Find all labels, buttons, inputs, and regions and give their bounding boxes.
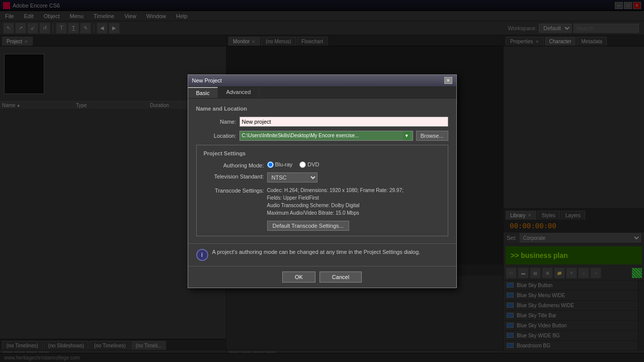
default-transcode-button[interactable]: Default Transcode Settings... — [267, 221, 349, 231]
authoring-mode-label: Authoring Mode: — [204, 161, 264, 168]
project-settings-title: Project Settings — [204, 150, 441, 156]
transcode-settings-row: Transcode Settings: Codec: H.264; Dimens… — [204, 187, 441, 217]
tv-standard-row: Television Standard: NTSC PAL — [204, 172, 441, 183]
transcode-line4: Maximum Audio/Video Bitrate: 15.0 Mbps — [267, 209, 441, 217]
transcode-line2: Fields: Upper FieldFirst — [267, 194, 441, 202]
browse-button[interactable]: Browse... — [416, 131, 448, 141]
section-name-location: Name and Location — [196, 106, 448, 112]
location-dropdown-arrow[interactable]: ▼ — [403, 131, 411, 140]
blu-ray-radio[interactable] — [267, 161, 274, 168]
location-row: Location: C:\Users\InfiniteSkills\Deskto… — [196, 131, 448, 141]
name-input[interactable] — [239, 117, 448, 127]
dialog-tabs: Basic Advanced — [188, 87, 456, 99]
cancel-button[interactable]: Cancel — [319, 272, 362, 283]
authoring-mode-radios: Blu-ray DVD — [267, 161, 319, 168]
dialog-info: i A project's authoring mode can be chan… — [188, 243, 456, 266]
dialog-close-button[interactable]: ✕ — [444, 77, 452, 84]
dialog-overlay: New Project ✕ Basic Advanced Name and Lo… — [0, 0, 644, 362]
location-label: Location: — [196, 133, 236, 139]
dvd-radio-label[interactable]: DVD — [299, 161, 319, 168]
info-text: A project's authoring mode can be change… — [212, 249, 421, 255]
dvd-radio[interactable] — [299, 161, 306, 168]
new-project-dialog: New Project ✕ Basic Advanced Name and Lo… — [188, 74, 457, 288]
transcode-label: Transcode Settings: — [204, 187, 264, 194]
dialog-tab-basic[interactable]: Basic — [188, 87, 218, 98]
info-icon: i — [196, 249, 208, 261]
ntsc-select[interactable]: NTSC PAL — [267, 172, 317, 183]
transcode-value: Codec: H.264; Dimensions: 1920 x 1080; F… — [267, 187, 441, 217]
name-row: Name: — [196, 117, 448, 127]
name-label: Name: — [196, 119, 236, 125]
dialog-title: New Project — [192, 77, 222, 83]
authoring-mode-row: Authoring Mode: Blu-ray DVD — [204, 161, 441, 168]
ok-button[interactable]: OK — [282, 272, 315, 283]
transcode-line3: Audio Transcoding Scheme: Dolby Digital — [267, 202, 441, 209]
dialog-buttons: OK Cancel — [188, 266, 456, 288]
tv-standard-label: Television Standard: — [204, 172, 264, 179]
dialog-tab-advanced[interactable]: Advanced — [218, 87, 259, 98]
location-dropdown[interactable]: C:\Users\InfiniteSkills\Desktop\My Encor… — [239, 131, 413, 141]
transcode-line1: Codec: H.264; Dimensions: 1920 x 1080; F… — [267, 187, 441, 194]
project-settings-section: Project Settings Authoring Mode: Blu-ray… — [196, 145, 448, 236]
dialog-body: Name and Location Name: Location: C:\Use… — [188, 99, 456, 243]
dialog-titlebar: New Project ✕ — [188, 75, 456, 87]
location-value: C:\Users\InfiniteSkills\Desktop\My Encor… — [242, 133, 401, 138]
blu-ray-radio-label[interactable]: Blu-ray — [267, 161, 293, 168]
